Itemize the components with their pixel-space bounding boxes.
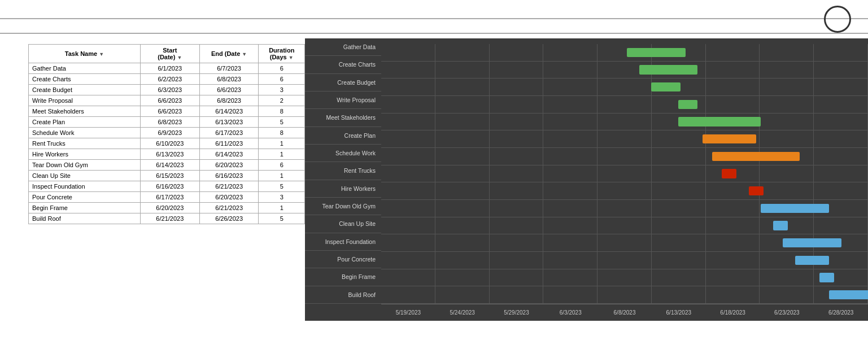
- end-date-cell: 6/16/2023: [199, 171, 259, 181]
- gantt-bar: [819, 273, 834, 282]
- filter-icon-task[interactable]: ▼: [99, 51, 104, 57]
- gantt-bar-row: [381, 62, 868, 79]
- gantt-bar: [722, 169, 736, 178]
- gantt-row-label: Meet Stakeholders: [305, 109, 381, 127]
- duration-cell: 5: [259, 117, 305, 128]
- logo-area: [824, 6, 857, 33]
- gantt-bar-row: [381, 44, 868, 62]
- duration-cell: 5: [259, 181, 305, 192]
- table-row: Create Budget 6/3/2023 6/6/2023 3: [29, 85, 305, 95]
- gantt-bar-row: [381, 182, 868, 200]
- gantt-row-label: Hire Workers: [305, 180, 381, 198]
- gantt-bar: [761, 204, 829, 213]
- table-row: Create Charts 6/2/2023 6/8/2023 6: [29, 74, 305, 85]
- table-row: Hire Workers 6/13/2023 6/14/2023 1: [29, 149, 305, 160]
- duration-cell: 8: [259, 128, 305, 138]
- start-date-cell: 6/16/2023: [140, 181, 199, 192]
- gantt-bar: [749, 186, 764, 195]
- task-name-cell: Build Roof: [29, 213, 141, 224]
- duration-cell: 3: [259, 85, 305, 95]
- start-date-cell: 6/15/2023: [140, 171, 199, 181]
- gantt-bar-row: [381, 252, 868, 269]
- filter-icon-dur[interactable]: ▼: [289, 55, 294, 60]
- gantt-axis-label: 5/24/2023: [435, 309, 490, 316]
- end-date-cell: 6/17/2023: [199, 128, 259, 138]
- task-table: Task Name ▼ Start(Date) ▼ End (Date ▼ Du…: [28, 44, 305, 224]
- duration-cell: 3: [259, 192, 305, 203]
- start-date-cell: 6/14/2023: [140, 160, 199, 171]
- gantt-bar: [712, 152, 800, 161]
- duration-cell: 1: [259, 149, 305, 160]
- task-table-section: Task Name ▼ Start(Date) ▼ End (Date ▼ Du…: [28, 38, 305, 321]
- end-date-cell: 6/8/2023: [199, 74, 259, 85]
- table-row: Create Plan 6/8/2023 6/13/2023 5: [29, 117, 305, 128]
- gantt-bars-area: [381, 44, 868, 304]
- start-date-cell: 6/13/2023: [140, 149, 199, 160]
- duration-cell: 2: [259, 95, 305, 106]
- start-date-cell: 6/9/2023: [140, 128, 199, 138]
- end-date-cell: 6/7/2023: [199, 63, 259, 74]
- gantt-axis-label: 6/23/2023: [760, 309, 814, 316]
- start-date-cell: 6/2/2023: [140, 74, 199, 85]
- end-date-cell: 6/14/2023: [199, 106, 259, 117]
- task-name-cell: Create Budget: [29, 85, 141, 95]
- gantt-row-label: Create Budget: [305, 74, 381, 91]
- gantt-row-label: Schedule Work: [305, 145, 381, 162]
- gantt-row-label: Gather Data: [305, 38, 381, 56]
- filter-icon-end[interactable]: ▼: [242, 51, 247, 57]
- gantt-labels: Gather DataCreate ChartsCreate BudgetWri…: [305, 38, 381, 304]
- start-date-cell: 6/21/2023: [140, 213, 199, 224]
- table-row: Meet Stakeholders 6/6/2023 6/14/2023 8: [29, 106, 305, 117]
- start-date-cell: 6/20/2023: [140, 203, 199, 213]
- gantt-bar-row: [381, 114, 868, 131]
- header-divider: [0, 18, 868, 19]
- gantt-bar: [795, 256, 829, 265]
- gantt-row-label: Tear Down Old Gym: [305, 198, 381, 215]
- task-name-cell: Meet Stakeholders: [29, 106, 141, 117]
- table-row: Schedule Work 6/9/2023 6/17/2023 8: [29, 128, 305, 138]
- task-name-cell: Hire Workers: [29, 149, 141, 160]
- gantt-bar: [639, 65, 697, 74]
- col-header-task: Task Name ▼: [29, 45, 141, 63]
- logo-icon: [824, 6, 851, 33]
- duration-cell: 1: [259, 171, 305, 181]
- gantt-bar-row: [381, 165, 868, 183]
- task-name-cell: Pour Concrete: [29, 192, 141, 203]
- duration-cell: 1: [259, 138, 305, 149]
- gantt-row-label: Create Charts: [305, 56, 381, 73]
- main-content: Task Name ▼ Start(Date) ▼ End (Date ▼ Du…: [0, 38, 868, 321]
- gantt-row-label: Begin Frame: [305, 268, 381, 286]
- task-name-cell: Create Charts: [29, 74, 141, 85]
- gantt-bar: [678, 100, 697, 109]
- task-name-cell: Clean Up Site: [29, 171, 141, 181]
- start-date-cell: 6/1/2023: [140, 63, 199, 74]
- gantt-bar-row: [381, 217, 868, 235]
- gantt-bar-row: [381, 148, 868, 165]
- table-row: Inspect Foundation 6/16/2023 6/21/2023 5: [29, 181, 305, 192]
- gantt-chart: Gather DataCreate ChartsCreate BudgetWri…: [305, 38, 868, 321]
- gantt-axis-label: 5/29/2023: [490, 309, 544, 316]
- table-row: Write Proposal 6/6/2023 6/8/2023 2: [29, 95, 305, 106]
- duration-cell: 1: [259, 203, 305, 213]
- start-date-cell: 6/8/2023: [140, 117, 199, 128]
- gantt-axis-label: 6/28/2023: [814, 309, 868, 316]
- task-name-cell: Write Proposal: [29, 95, 141, 106]
- gantt-bar: [651, 82, 681, 91]
- table-row: Clean Up Site 6/15/2023 6/16/2023 1: [29, 171, 305, 181]
- filter-icon-start[interactable]: ▼: [177, 55, 182, 60]
- end-date-cell: 6/20/2023: [199, 160, 259, 171]
- duration-cell: 8: [259, 106, 305, 117]
- gantt-bar-row: [381, 286, 868, 304]
- task-name-cell: Inspect Foundation: [29, 181, 141, 192]
- gantt-bar: [773, 221, 788, 230]
- duration-cell: 6: [259, 63, 305, 74]
- table-row: Pour Concrete 6/17/2023 6/20/2023 3: [29, 192, 305, 203]
- table-row: Begin Frame 6/20/2023 6/21/2023 1: [29, 203, 305, 213]
- start-date-cell: 6/10/2023: [140, 138, 199, 149]
- gantt-axis-label: 6/8/2023: [597, 309, 652, 316]
- end-date-cell: 6/20/2023: [199, 192, 259, 203]
- gantt-bar: [627, 48, 685, 57]
- table-row: Rent Trucks 6/10/2023 6/11/2023 1: [29, 138, 305, 149]
- gantt-bar-row: [381, 234, 868, 252]
- gantt-bar-row: [381, 130, 868, 148]
